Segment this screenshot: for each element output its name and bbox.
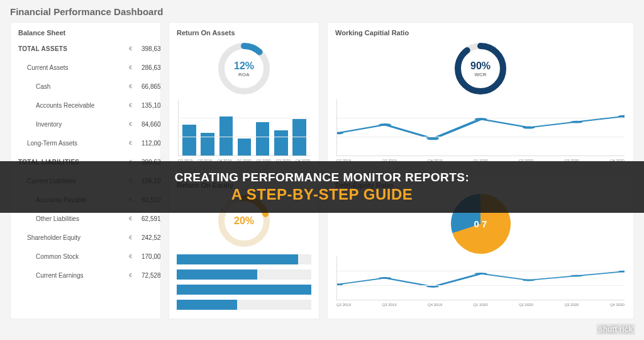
chart-roe-hbars (177, 254, 311, 310)
currency-symbol: € (129, 272, 138, 278)
gauge-wcr-sublabel: WCR (474, 72, 486, 77)
svg-point-17 (523, 279, 535, 281)
balance-value: 242,528.6 (142, 234, 161, 241)
svg-point-16 (474, 273, 487, 275)
balance-value: 62,591 (142, 215, 161, 222)
svg-point-7 (474, 118, 487, 120)
bar (274, 130, 287, 156)
balance-label: Accounts Receivable (18, 102, 125, 109)
balance-row[interactable]: Inventory€84,660.8 (18, 115, 153, 133)
card-title-balance: Balance Sheet (18, 29, 153, 37)
overlay-banner: CREATING PERFORMANCE MONITOR REPORTS: A … (0, 161, 644, 213)
bar (182, 125, 196, 156)
bar (292, 119, 306, 156)
hbar-row (177, 285, 311, 295)
balance-value: 398,630 (142, 45, 161, 52)
hbar-fill (177, 285, 311, 295)
card-roa[interactable]: Return On Assets 12% ROA Q2 2019Q3 2019Q… (169, 22, 319, 167)
balance-label: Shareholder Equity (18, 234, 125, 241)
line-de-svg (337, 256, 625, 300)
gauge-roa-value: 12% (234, 60, 254, 72)
svg-point-18 (570, 275, 583, 277)
x-tick: Q4 2019 (428, 303, 442, 307)
watermark: shutt rick (596, 324, 635, 335)
balance-label: Long-Term Assets (18, 140, 125, 147)
balance-row[interactable]: Cash€66,865.4 (18, 77, 153, 96)
hbar-fill (177, 300, 237, 310)
chart-de-xaxis: Q2 2019Q3 2019Q4 2019Q1 2020Q2 2020Q3 20… (335, 302, 626, 307)
bar (256, 122, 269, 156)
balance-label: Other Liabilities (18, 215, 125, 222)
balance-row[interactable]: Long-Term Assets€112,000 (18, 133, 153, 152)
balance-row[interactable]: Shareholder Equity€242,528.6 (18, 228, 153, 247)
currency-symbol: € (129, 215, 138, 222)
gauge-roe-value: 20% (234, 215, 254, 227)
balance-row[interactable]: Common Stock€170,000 (18, 247, 153, 266)
hbar-row (177, 254, 311, 264)
balance-value: 72,528.6 (142, 272, 161, 279)
balance-value: 135,103.6 (142, 102, 161, 109)
gauge-roa: 12% ROA (216, 40, 272, 97)
hbar-fill (177, 269, 257, 280)
svg-point-8 (523, 127, 535, 129)
hbar-row (177, 300, 311, 310)
gauge-roa-sublabel: ROA (238, 72, 250, 77)
gauge-wcr-value: 90% (470, 60, 491, 72)
svg-point-14 (379, 277, 391, 279)
currency-symbol: € (129, 140, 138, 146)
currency-symbol: € (129, 45, 138, 52)
overlay-line1: CREATING PERFORMANCE MONITOR REPORTS: (175, 171, 470, 184)
currency-symbol: € (129, 234, 138, 241)
currency-symbol: € (129, 102, 138, 108)
chart-wcr-line (336, 99, 625, 156)
gauge-wcr: 90% WCR (452, 40, 509, 97)
balance-value: 286,630 (142, 64, 161, 71)
balance-label: Inventory (18, 121, 125, 128)
card-title-wcr: Working Capitial Ratio (335, 29, 626, 37)
balance-label: Common Stock (18, 253, 125, 260)
bar (219, 116, 233, 156)
balance-value: 66,865.4 (142, 83, 161, 90)
balance-row[interactable]: Current Earnings€72,528.6 (18, 266, 153, 285)
hbar-row (177, 269, 311, 280)
balance-row[interactable]: Accounts Receivable€135,103.6 (18, 96, 153, 115)
balance-value: 84,660.8 (142, 121, 161, 128)
chart-de-line (336, 256, 625, 300)
balance-label: Cash (18, 83, 125, 90)
card-title-roa: Return On Assets (177, 29, 311, 37)
balance-row[interactable]: Current Assets€286,630 (18, 58, 153, 77)
x-tick: Q3 2019 (382, 303, 396, 307)
currency-symbol: € (129, 64, 138, 71)
svg-point-15 (426, 286, 439, 288)
svg-point-6 (426, 137, 439, 140)
pie-debt-equity-value: 0 7 (474, 218, 487, 229)
currency-symbol: € (129, 253, 138, 259)
balance-label: Current Assets (18, 64, 125, 71)
card-wcr[interactable]: Working Capitial Ratio 90% WCR (327, 22, 634, 167)
x-tick: Q4 2020 (610, 303, 625, 307)
overlay-line2: A STEP-BY-STEP GUIDE (231, 186, 413, 203)
chart-roa-bars (178, 99, 310, 156)
page-title: Financial Performance Dashboard (10, 6, 634, 17)
balance-label: Current Earnings (18, 272, 125, 279)
svg-point-5 (379, 123, 391, 126)
svg-point-9 (570, 121, 583, 123)
x-tick: Q2 2019 (336, 303, 351, 307)
balance-value: 170,000 (142, 253, 161, 260)
balance-label: TOTAL ASSETS (18, 45, 125, 52)
line-wcr-svg (337, 99, 625, 156)
x-tick: Q1 2020 (473, 303, 487, 307)
balance-value: 112,000 (142, 140, 161, 147)
x-tick: Q2 2020 (519, 303, 533, 307)
bar (238, 139, 251, 156)
currency-symbol: € (129, 121, 138, 127)
x-tick: Q3 2020 (564, 303, 579, 307)
bar (201, 133, 214, 156)
balance-row[interactable]: TOTAL ASSETS€398,630 (18, 39, 153, 58)
hbar-fill (177, 254, 298, 264)
currency-symbol: € (129, 83, 138, 89)
